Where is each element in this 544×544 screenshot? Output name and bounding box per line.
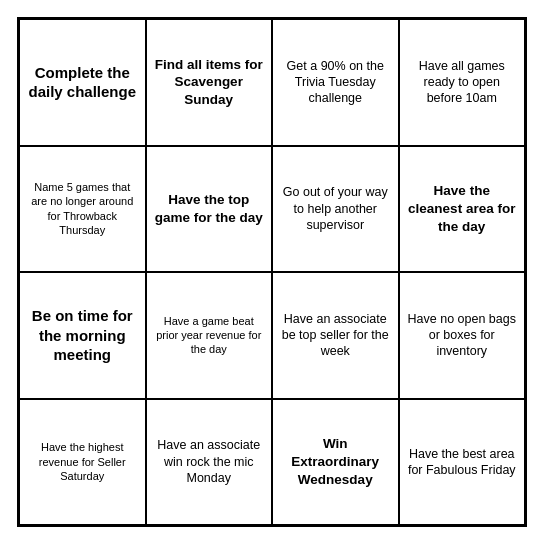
bingo-cell-r3c0: Have the highest revenue for Seller Satu…: [19, 399, 146, 526]
bingo-cell-r3c1: Have an associate win rock the mic Monda…: [146, 399, 273, 526]
bingo-cell-r0c0: Complete the daily challenge: [19, 19, 146, 146]
bingo-cell-r2c3: Have no open bags or boxes for inventory: [399, 272, 526, 399]
bingo-cell-r3c3: Have the best area for Fabulous Friday: [399, 399, 526, 526]
bingo-cell-r0c3: Have all games ready to open before 10am: [399, 19, 526, 146]
bingo-cell-r1c2: Go out of your way to help another super…: [272, 146, 399, 273]
bingo-cell-r2c0: Be on time for the morning meeting: [19, 272, 146, 399]
bingo-cell-r3c2: Win Extraordinary Wednesday: [272, 399, 399, 526]
bingo-cell-r1c0: Name 5 games that are no longer around f…: [19, 146, 146, 273]
bingo-cell-r2c1: Have a game beat prior year revenue for …: [146, 272, 273, 399]
bingo-cell-r1c3: Have the cleanest area for the day: [399, 146, 526, 273]
bingo-cell-r1c1: Have the top game for the day: [146, 146, 273, 273]
bingo-cell-r2c2: Have an associate be top seller for the …: [272, 272, 399, 399]
bingo-board: Complete the daily challengeFind all ite…: [17, 17, 527, 527]
bingo-cell-r0c1: Find all items for Scavenger Sunday: [146, 19, 273, 146]
bingo-cell-r0c2: Get a 90% on the Trivia Tuesday challeng…: [272, 19, 399, 146]
